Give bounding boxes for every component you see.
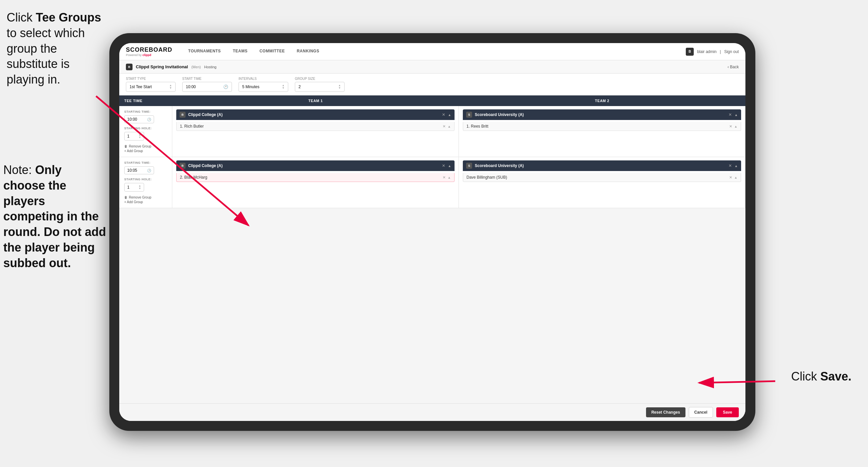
starting-hole-label-1: STARTING HOLE:	[124, 126, 167, 130]
admin-avatar: B	[686, 48, 694, 56]
reset-changes-button[interactable]: Reset Changes	[646, 407, 685, 417]
group-size-spinbox[interactable]: ▲▼	[338, 84, 341, 89]
main-content: Start Type 1st Tee Start ▲▼ Start Time 1…	[119, 74, 745, 421]
intervals-spinbox[interactable]: ▲▼	[282, 84, 285, 89]
player-row-sub: Dave Billingham (SUB) ✕ ▲	[463, 173, 741, 182]
instruction-prefix: Click	[7, 10, 36, 24]
team1-remove-btn-2[interactable]: ✕	[442, 164, 445, 168]
player-controls-sub: ✕ ▲	[729, 175, 738, 180]
player-name-highlighted: 2. Blair McHarg	[180, 175, 207, 180]
hole-spinbox-2[interactable]: ▲▼	[138, 185, 141, 190]
team1-badge-2: B	[180, 163, 186, 169]
player-remove-btn[interactable]: ✕	[443, 124, 445, 128]
start-type-spinbox[interactable]: ▲▼	[169, 84, 172, 89]
cancel-button[interactable]: Cancel	[689, 407, 713, 418]
start-type-input[interactable]: 1st Tee Start ▲▼	[126, 82, 176, 92]
team1-group-right-1: ✕ ▲	[442, 112, 451, 117]
nav-tournaments[interactable]: TOURNAMENTS	[182, 43, 227, 60]
team2-cell-1: S Scoreboard University (A) ✕ ▲ 1. Rees …	[459, 106, 745, 157]
team1-remove-btn-1[interactable]: ✕	[442, 112, 445, 117]
click-save-bold: Save.	[820, 370, 851, 383]
player-sort-arrows[interactable]: ▲	[447, 125, 451, 128]
team1-group-header-1[interactable]: B Clippd College (A) ✕ ▲	[176, 109, 455, 120]
team1-arrow-btn-1[interactable]: ▲	[448, 113, 451, 117]
back-button[interactable]: ‹ Back	[727, 65, 739, 69]
starting-time-box-2[interactable]: 10:05 🕐	[124, 166, 154, 174]
team2-group-header-2[interactable]: S Scoreboard University (A) ✕ ▲	[463, 160, 741, 171]
hole-spinbox-1[interactable]: ▲▼	[138, 134, 141, 139]
admin-name: blair admin	[697, 49, 717, 54]
tee-row: STARTING TIME: 10:00 🕐 STARTING HOLE: 1 …	[119, 106, 745, 157]
team1-badge-1: B	[180, 112, 186, 118]
remove-group-btn-1[interactable]: 🗑 Remove Group	[124, 145, 167, 148]
starting-time-label-2: STARTING TIME:	[124, 161, 167, 165]
player-sort-arrows-sub[interactable]: ▲	[734, 176, 738, 179]
team1-cell-2: B Clippd College (A) ✕ ▲ 2. Blair McHarg	[172, 157, 459, 208]
team2-arrow-btn-2[interactable]: ▲	[735, 164, 738, 168]
starting-time-box-1[interactable]: 10:00 🕐	[124, 115, 154, 123]
start-time-field: Start Time 10:00 🕐	[182, 77, 232, 92]
hosting-badge: Hosting	[204, 65, 216, 69]
group-size-label: Group Size	[295, 77, 345, 81]
intervals-value: 5 Minutes	[242, 85, 259, 89]
nav-committee[interactable]: COMMITTEE	[253, 43, 291, 60]
settings-bar: Start Type 1st Tee Start ▲▼ Start Time 1…	[119, 74, 745, 95]
player-controls: ✕ ▲	[729, 124, 738, 128]
player-remove-btn-highlighted[interactable]: ✕	[443, 175, 445, 180]
tee-actions-1: 🗑 Remove Group + Add Group	[124, 145, 167, 153]
team1-group-header-2[interactable]: B Clippd College (A) ✕ ▲	[176, 160, 455, 171]
player-remove-btn-sub[interactable]: ✕	[729, 175, 732, 180]
team1-cell-1: B Clippd College (A) ✕ ▲ 1. Rich Butler	[172, 106, 459, 157]
add-group-btn-2[interactable]: + Add Group	[124, 200, 167, 204]
player-sort-arrows-highlighted[interactable]: ▲	[447, 176, 451, 179]
add-group-btn-1[interactable]: + Add Group	[124, 149, 167, 153]
starting-hole-label-2: STARTING HOLE:	[124, 178, 167, 181]
group-size-value: 2	[299, 85, 301, 89]
sub-nav-left: B Clippd Spring Invitational (Men) Hosti…	[126, 64, 727, 70]
team2-badge-1: S	[466, 112, 472, 118]
instruction-suffix: to select which group the substitute is …	[7, 26, 85, 86]
start-time-input[interactable]: 10:00 🕐	[182, 82, 232, 92]
nav-links: TOURNAMENTS TEAMS COMMITTEE RANKINGS	[182, 43, 686, 60]
team2-remove-btn-2[interactable]: ✕	[728, 164, 732, 168]
player-controls: ✕ ▲	[443, 124, 451, 128]
starting-hole-box-2[interactable]: 1 ▲▼	[124, 183, 144, 192]
group-size-input[interactable]: 2 ▲▼	[295, 82, 345, 92]
starting-hole-val-1: 1	[127, 134, 129, 139]
player-remove-btn[interactable]: ✕	[729, 124, 732, 128]
tee-time-cell-2: STARTING TIME: 10:05 🕐 STARTING HOLE: 1 …	[119, 157, 172, 208]
tee-actions-2: 🗑 Remove Group + Add Group	[124, 196, 167, 204]
team1-group-name-2: Clippd College (A)	[188, 164, 223, 168]
note-bold: Only choose the players competing in the…	[3, 163, 106, 270]
instruction-bold: Tee Groups	[36, 10, 101, 24]
clock-icon: 🕐	[223, 85, 228, 89]
click-save-text: Click Save.	[791, 370, 851, 383]
team2-group-right-2: ✕ ▲	[728, 164, 738, 168]
player-controls-highlighted: ✕ ▲	[443, 175, 451, 180]
nav-rankings[interactable]: RANKINGS	[291, 43, 326, 60]
remove-group-btn-2[interactable]: 🗑 Remove Group	[124, 196, 167, 199]
starting-time-label-1: STARTING TIME:	[124, 110, 167, 113]
logo-text: SCOREBOARD	[126, 47, 172, 53]
header-team2: Team 2	[459, 95, 745, 106]
team2-arrow-btn-1[interactable]: ▲	[735, 113, 738, 117]
tablet-screen: SCOREBOARD Powered by clippd TOURNAMENTS…	[119, 43, 745, 421]
intervals-input[interactable]: 5 Minutes ▲▼	[239, 82, 288, 92]
time-clock-icon-1: 🕐	[147, 118, 151, 121]
sign-out-link[interactable]: Sign out	[724, 49, 739, 54]
player-sort-arrows[interactable]: ▲	[734, 125, 738, 128]
team2-cell-2: S Scoreboard University (A) ✕ ▲ Dave Bil…	[459, 157, 745, 208]
save-button[interactable]: Save	[716, 407, 739, 417]
tournament-gender: (Men)	[191, 65, 201, 69]
tournament-badge: B	[126, 64, 132, 70]
team1-group-left-1: B Clippd College (A)	[180, 112, 223, 118]
nav-teams[interactable]: TEAMS	[227, 43, 254, 60]
team2-remove-btn-1[interactable]: ✕	[728, 112, 732, 117]
starting-hole-box-1[interactable]: 1 ▲▼	[124, 132, 144, 141]
team1-arrow-btn-2[interactable]: ▲	[448, 164, 451, 168]
team2-group-header-1[interactable]: S Scoreboard University (A) ✕ ▲	[463, 109, 741, 120]
tee-table: Tee Time Team 1 Team 2 STARTING TIME: 10…	[119, 95, 745, 403]
tournament-title: Clippd Spring Invitational	[136, 64, 188, 69]
start-type-label: Start Type	[126, 77, 176, 81]
player-name: 1. Rich Butler	[180, 124, 204, 128]
